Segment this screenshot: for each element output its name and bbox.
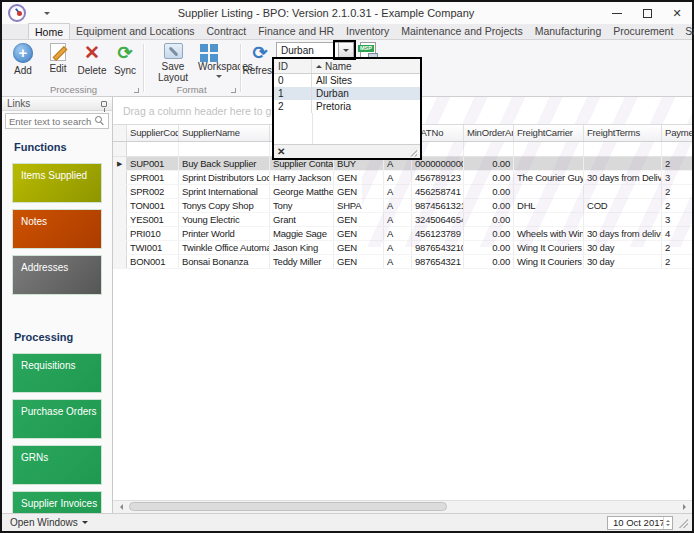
horizontal-scrollbar	[113, 500, 692, 513]
tab-contract[interactable]: Contract	[201, 23, 253, 39]
filter-cell-payment[interactable]	[662, 142, 692, 156]
cell-carrier	[514, 157, 584, 170]
tab-manufacturing[interactable]: Manufacturing	[529, 23, 608, 39]
window-titlebar: Supplier Listing - BPO: Version 2.1.0.31…	[2, 2, 692, 24]
minimize-icon	[612, 13, 622, 14]
tab-home[interactable]: Home	[28, 23, 70, 39]
tab-maintenance-and-projects[interactable]: Maintenance and Projects	[395, 23, 528, 39]
sidebar-sections: FunctionsItems SuppliedNotesAddressesPro…	[2, 141, 112, 513]
cell-min: 0.00	[464, 227, 514, 240]
filter-cell-carrier[interactable]	[514, 142, 584, 156]
site-dropdown-header: ID Name	[274, 59, 420, 74]
scroll-left-button[interactable]	[113, 501, 126, 513]
tab-sales[interactable]: Sales	[679, 23, 694, 39]
column-header-freightcarrier[interactable]: FreightCarrier	[514, 125, 584, 141]
cell-carrier	[514, 185, 584, 198]
tab-finance-and-hr[interactable]: Finance and HR	[252, 23, 340, 39]
tab-equipment-and-locations[interactable]: Equipment and Locations	[70, 23, 201, 39]
popup-column-header-id[interactable]: ID	[274, 59, 312, 73]
popup-row-all-sites[interactable]: 0All Sites	[274, 74, 420, 87]
cell-name: Sprint Distributors Local	[179, 171, 270, 184]
cell-vat: 456123789	[412, 227, 464, 240]
scroll-right-button[interactable]	[679, 501, 692, 513]
table-row-bon001[interactable]: BON001Bonsai BonanzaTeddy MillerGENA9876…	[113, 255, 692, 269]
tile-purchase-orders[interactable]: Purchase Orders	[12, 399, 102, 439]
refresh-icon: ⟳	[250, 43, 270, 63]
popup-resize-grip[interactable]	[407, 147, 417, 157]
cell-vat: 9876543210	[412, 241, 464, 254]
column-header-paymen[interactable]: Paymen	[662, 125, 692, 141]
filter-indicator-cell	[113, 142, 127, 156]
sync-button[interactable]: ⟳ Sync	[109, 43, 141, 76]
dialog-launcher-icon[interactable]	[134, 88, 139, 93]
filter-cell-name[interactable]	[179, 142, 270, 156]
site-dropdown-rows: 0All Sites1Durban2Pretoria	[274, 74, 420, 113]
maximize-button[interactable]	[632, 3, 662, 23]
filter-cell-min[interactable]	[464, 142, 514, 156]
tile-grns[interactable]: GRNs	[12, 445, 102, 485]
date-spinner[interactable]	[663, 517, 672, 529]
scrollbar-thumb[interactable]	[129, 502, 447, 511]
pin-icon[interactable]	[101, 101, 107, 107]
cell-carrier: The Courier Guy	[514, 171, 584, 184]
workspaces-button[interactable]: Workspaces	[198, 43, 240, 83]
tile-label: Requisitions	[21, 360, 75, 371]
tile-requisitions[interactable]: Requisitions	[12, 353, 102, 393]
filter-cell-code[interactable]	[127, 142, 179, 156]
scrollbar-track[interactable]	[126, 501, 679, 513]
date-editor[interactable]	[607, 516, 673, 530]
search-icon[interactable]	[95, 116, 105, 126]
site-selector-dropdown-button[interactable]	[338, 43, 353, 58]
workspaces-dropdown-icon[interactable]	[216, 75, 222, 81]
minimize-button[interactable]	[602, 3, 632, 23]
tile-addresses[interactable]: Addresses	[12, 255, 102, 295]
tile-label: Purchase Orders	[21, 406, 97, 417]
table-row-ton001[interactable]: TON001Tonys Copy ShopTonySHPAA9874561321…	[113, 199, 692, 213]
popup-row-durban[interactable]: 1Durban	[274, 87, 420, 100]
tile-notes[interactable]: Notes	[12, 209, 102, 249]
search-input[interactable]	[6, 116, 95, 127]
table-row-twi001[interactable]: TWI001Twinkle Office Automation ...Jason…	[113, 241, 692, 255]
column-header-freightterms[interactable]: FreightTerms	[584, 125, 662, 141]
table-row-yes001[interactable]: YES001Young ElectricGrantGENA32450646540…	[113, 213, 692, 227]
table-row-spr001[interactable]: SPR001Sprint Distributors LocalHarry Jac…	[113, 171, 692, 185]
sort-ascending-icon	[316, 62, 322, 68]
close-button[interactable]: ✕	[662, 3, 692, 23]
cell-payment: 4	[662, 227, 692, 240]
dialog-launcher-icon[interactable]	[231, 88, 236, 93]
cell-contact: Maggie Sage	[270, 227, 334, 240]
ribbon-group-caption-format: Format	[145, 84, 238, 95]
table-row-pri010[interactable]: PRI010Printer WorldMaggie SageGENA456123…	[113, 227, 692, 241]
cell-status: A	[384, 171, 412, 184]
cell-contact: Teddy Miller	[270, 255, 334, 268]
links-panel-caption: Links	[2, 97, 112, 111]
cell-name: Twinkle Office Automation ...	[179, 241, 270, 254]
cell-terms	[584, 213, 662, 226]
edit-button[interactable]: Edit	[42, 43, 74, 74]
cell-terms	[584, 157, 662, 170]
cell-contact: Harry Jackson	[270, 171, 334, 184]
column-header-suppliername[interactable]: SupplierName	[179, 125, 270, 141]
tab-procurement[interactable]: Procurement	[607, 23, 679, 39]
filter-cell-terms[interactable]	[584, 142, 662, 156]
tab-inventory[interactable]: Inventory	[340, 23, 395, 39]
popup-column-header-name[interactable]: Name	[312, 61, 420, 72]
save-layout-button[interactable]: Save Layout	[147, 43, 199, 83]
table-row-spr002[interactable]: SPR002Sprint InternationalGeorge Matthew…	[113, 185, 692, 199]
add-icon	[13, 43, 33, 63]
add-button[interactable]: Add	[7, 43, 39, 76]
tile-label: Addresses	[21, 262, 68, 273]
statusbar-resize-grip[interactable]	[677, 517, 688, 528]
date-input[interactable]	[608, 517, 663, 528]
cell-terms: 30 days from Delivery	[584, 171, 662, 184]
open-windows-button[interactable]: Open Windows	[10, 517, 88, 528]
cell-status: A	[384, 227, 412, 240]
column-header-minorderamt[interactable]: MinOrderAmt	[464, 125, 514, 141]
column-header-suppliercode[interactable]: SupplierCode	[127, 125, 179, 141]
delete-button[interactable]: ✕ Delete	[76, 43, 108, 76]
popup-row-pretoria[interactable]: 2Pretoria	[274, 100, 420, 113]
tile-supplier-invoices[interactable]: Supplier Invoices	[12, 491, 102, 513]
spinner-down-icon	[666, 524, 670, 528]
tile-items-supplied[interactable]: Items Supplied	[12, 163, 102, 203]
clear-selection-button[interactable]: ✕	[277, 147, 285, 157]
